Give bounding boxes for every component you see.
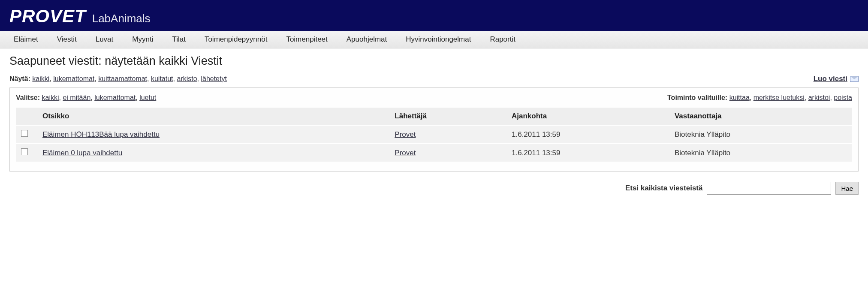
table-row: Eläimen 0 lupa vaihdettu Provet 1.6.2011… (16, 144, 852, 162)
col-recipient: Vastaanottaja (669, 108, 852, 125)
mail-icon (850, 76, 859, 82)
action-arkistoi[interactable]: arkistoi (808, 94, 830, 101)
message-title-link[interactable]: Eläimen 0 lupa vaihdettu (42, 149, 122, 157)
action-kuittaa[interactable]: kuittaa (729, 94, 750, 101)
select-lukemattomat[interactable]: lukemattomat (94, 94, 136, 101)
filter-arkisto[interactable]: arkisto (177, 75, 197, 82)
search-button[interactable]: Hae (835, 182, 859, 195)
nav-apuohjelmat[interactable]: Apuohjelmat (337, 31, 397, 48)
nav-tilat[interactable]: Tilat (163, 31, 195, 48)
filter-kaikki[interactable]: kaikki (32, 75, 49, 82)
nav-luvat[interactable]: Luvat (86, 31, 123, 48)
search-input[interactable] (707, 182, 831, 195)
action-label: Toiminto valituille: (667, 94, 727, 101)
create-message-link[interactable]: Luo viesti (814, 75, 859, 83)
app-subtitle: LabAnimals (92, 12, 151, 25)
select-luetut[interactable]: luetut (139, 94, 156, 101)
message-sender-link[interactable]: Provet (395, 149, 416, 157)
app-header: PROVET LabAnimals (0, 0, 868, 31)
filter-lahetetyt[interactable]: lähetetyt (201, 75, 226, 82)
message-recipient: Bioteknia Ylläpito (669, 125, 852, 144)
select-kaikki[interactable]: kaikki (42, 94, 59, 101)
col-title: Otsikko (37, 108, 389, 125)
message-title-link[interactable]: Eläimen HÖH113Bää lupa vaihdettu (42, 130, 160, 138)
show-filters: Näytä: kaikki, lukemattomat, kuittaamatt… (9, 75, 227, 83)
nav-toimenpiteet[interactable]: Toimenpiteet (277, 31, 337, 48)
table-row: Eläimen HÖH113Bää lupa vaihdettu Provet … (16, 125, 852, 144)
filter-kuitatut[interactable]: kuitatut (151, 75, 173, 82)
page-title: Saapuneet viestit: näytetään kaikki Vies… (9, 54, 859, 68)
filter-kuittaamattomat[interactable]: kuittaamattomat (98, 75, 147, 82)
nav-raportit[interactable]: Raportit (480, 31, 525, 48)
logo: PROVET (9, 6, 86, 27)
bulk-actions: Toiminto valituille: kuittaa, merkitse l… (667, 94, 852, 102)
select-label: Valitse: (16, 94, 40, 101)
row-checkbox[interactable] (21, 130, 28, 137)
nav-hyvinvointiongelmat[interactable]: Hyvinvointiongelmat (396, 31, 480, 48)
nav-myynti[interactable]: Myynti (123, 31, 163, 48)
message-recipient: Bioteknia Ylläpito (669, 144, 852, 162)
show-label: Näytä: (9, 75, 30, 82)
message-sender-link[interactable]: Provet (395, 130, 416, 138)
col-time: Ajankohta (506, 108, 669, 125)
main-nav: Eläimet Viestit Luvat Myynti Tilat Toime… (0, 31, 868, 48)
nav-elaimet[interactable]: Eläimet (4, 31, 48, 48)
create-message-label: Luo viesti (814, 75, 847, 83)
col-sender: Lähettäjä (389, 108, 506, 125)
nav-viestit[interactable]: Viestit (48, 31, 86, 48)
action-poista[interactable]: poista (834, 94, 852, 101)
select-ei-mitaan[interactable]: ei mitään (63, 94, 90, 101)
messages-panel: Valitse: kaikki, ei mitään, lukemattomat… (9, 87, 859, 172)
search-label: Etsi kaikista viesteistä (625, 184, 703, 193)
message-time: 1.6.2011 13:59 (506, 125, 669, 144)
filter-lukemattomat[interactable]: lukemattomat (53, 75, 94, 82)
action-merkitse-luetuksi[interactable]: merkitse luetuksi (753, 94, 805, 101)
row-checkbox[interactable] (21, 148, 28, 155)
search-row: Etsi kaikista viesteistä Hae (9, 182, 859, 195)
nav-toimenpidepyynnot[interactable]: Toimenpidepyynnöt (195, 31, 277, 48)
select-options: Valitse: kaikki, ei mitään, lukemattomat… (16, 94, 156, 102)
message-time: 1.6.2011 13:59 (506, 144, 669, 162)
messages-table: Otsikko Lähettäjä Ajankohta Vastaanottaj… (16, 108, 852, 162)
